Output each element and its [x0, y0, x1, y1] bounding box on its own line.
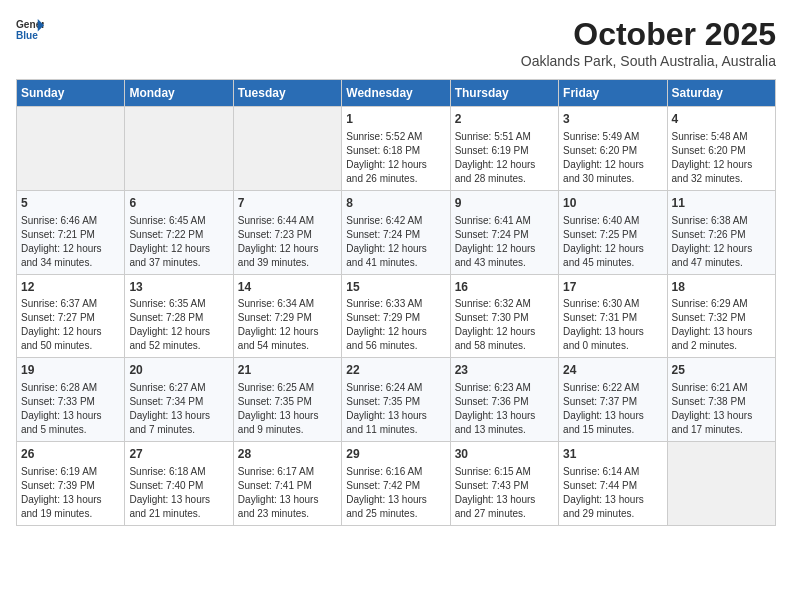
day-info: Sunrise: 6:37 AM Sunset: 7:27 PM Dayligh… [21, 297, 120, 353]
day-number: 16 [455, 279, 554, 296]
day-number: 25 [672, 362, 771, 379]
day-number: 13 [129, 279, 228, 296]
day-number: 11 [672, 195, 771, 212]
calendar-week-row: 26Sunrise: 6:19 AM Sunset: 7:39 PM Dayli… [17, 442, 776, 526]
day-number: 23 [455, 362, 554, 379]
day-info: Sunrise: 6:25 AM Sunset: 7:35 PM Dayligh… [238, 381, 337, 437]
calendar-cell: 30Sunrise: 6:15 AM Sunset: 7:43 PM Dayli… [450, 442, 558, 526]
day-number: 2 [455, 111, 554, 128]
calendar-cell: 1Sunrise: 5:52 AM Sunset: 6:18 PM Daylig… [342, 107, 450, 191]
calendar-cell: 19Sunrise: 6:28 AM Sunset: 7:33 PM Dayli… [17, 358, 125, 442]
calendar-cell: 11Sunrise: 6:38 AM Sunset: 7:26 PM Dayli… [667, 190, 775, 274]
day-info: Sunrise: 6:45 AM Sunset: 7:22 PM Dayligh… [129, 214, 228, 270]
day-info: Sunrise: 6:38 AM Sunset: 7:26 PM Dayligh… [672, 214, 771, 270]
calendar-cell [667, 442, 775, 526]
day-number: 8 [346, 195, 445, 212]
day-info: Sunrise: 6:40 AM Sunset: 7:25 PM Dayligh… [563, 214, 662, 270]
weekday-header-row: SundayMondayTuesdayWednesdayThursdayFrid… [17, 80, 776, 107]
calendar-week-row: 19Sunrise: 6:28 AM Sunset: 7:33 PM Dayli… [17, 358, 776, 442]
day-number: 26 [21, 446, 120, 463]
day-number: 4 [672, 111, 771, 128]
day-number: 1 [346, 111, 445, 128]
weekday-header: Wednesday [342, 80, 450, 107]
calendar-cell: 3Sunrise: 5:49 AM Sunset: 6:20 PM Daylig… [559, 107, 667, 191]
calendar-cell: 28Sunrise: 6:17 AM Sunset: 7:41 PM Dayli… [233, 442, 341, 526]
calendar-cell: 5Sunrise: 6:46 AM Sunset: 7:21 PM Daylig… [17, 190, 125, 274]
calendar-table: SundayMondayTuesdayWednesdayThursdayFrid… [16, 79, 776, 526]
calendar-week-row: 12Sunrise: 6:37 AM Sunset: 7:27 PM Dayli… [17, 274, 776, 358]
day-number: 3 [563, 111, 662, 128]
calendar-cell: 12Sunrise: 6:37 AM Sunset: 7:27 PM Dayli… [17, 274, 125, 358]
day-number: 29 [346, 446, 445, 463]
month-title: October 2025 [521, 16, 776, 53]
day-number: 24 [563, 362, 662, 379]
day-number: 31 [563, 446, 662, 463]
day-number: 15 [346, 279, 445, 296]
day-number: 14 [238, 279, 337, 296]
weekday-header: Saturday [667, 80, 775, 107]
day-info: Sunrise: 6:35 AM Sunset: 7:28 PM Dayligh… [129, 297, 228, 353]
calendar-cell: 18Sunrise: 6:29 AM Sunset: 7:32 PM Dayli… [667, 274, 775, 358]
calendar-week-row: 5Sunrise: 6:46 AM Sunset: 7:21 PM Daylig… [17, 190, 776, 274]
day-info: Sunrise: 6:34 AM Sunset: 7:29 PM Dayligh… [238, 297, 337, 353]
day-info: Sunrise: 6:27 AM Sunset: 7:34 PM Dayligh… [129, 381, 228, 437]
calendar-cell: 10Sunrise: 6:40 AM Sunset: 7:25 PM Dayli… [559, 190, 667, 274]
calendar-cell: 20Sunrise: 6:27 AM Sunset: 7:34 PM Dayli… [125, 358, 233, 442]
day-number: 19 [21, 362, 120, 379]
calendar-cell: 13Sunrise: 6:35 AM Sunset: 7:28 PM Dayli… [125, 274, 233, 358]
day-number: 17 [563, 279, 662, 296]
day-info: Sunrise: 6:24 AM Sunset: 7:35 PM Dayligh… [346, 381, 445, 437]
logo-icon: General Blue [16, 16, 44, 44]
day-number: 21 [238, 362, 337, 379]
day-info: Sunrise: 6:15 AM Sunset: 7:43 PM Dayligh… [455, 465, 554, 521]
day-info: Sunrise: 6:19 AM Sunset: 7:39 PM Dayligh… [21, 465, 120, 521]
day-number: 9 [455, 195, 554, 212]
day-number: 5 [21, 195, 120, 212]
calendar-cell [125, 107, 233, 191]
calendar-cell: 6Sunrise: 6:45 AM Sunset: 7:22 PM Daylig… [125, 190, 233, 274]
calendar-cell: 15Sunrise: 6:33 AM Sunset: 7:29 PM Dayli… [342, 274, 450, 358]
day-info: Sunrise: 6:23 AM Sunset: 7:36 PM Dayligh… [455, 381, 554, 437]
calendar-cell: 7Sunrise: 6:44 AM Sunset: 7:23 PM Daylig… [233, 190, 341, 274]
page-header: General Blue October 2025 Oaklands Park,… [16, 16, 776, 69]
weekday-header: Tuesday [233, 80, 341, 107]
day-info: Sunrise: 5:52 AM Sunset: 6:18 PM Dayligh… [346, 130, 445, 186]
day-info: Sunrise: 6:21 AM Sunset: 7:38 PM Dayligh… [672, 381, 771, 437]
calendar-cell: 23Sunrise: 6:23 AM Sunset: 7:36 PM Dayli… [450, 358, 558, 442]
calendar-week-row: 1Sunrise: 5:52 AM Sunset: 6:18 PM Daylig… [17, 107, 776, 191]
calendar-cell: 24Sunrise: 6:22 AM Sunset: 7:37 PM Dayli… [559, 358, 667, 442]
day-info: Sunrise: 5:49 AM Sunset: 6:20 PM Dayligh… [563, 130, 662, 186]
day-number: 10 [563, 195, 662, 212]
day-info: Sunrise: 6:22 AM Sunset: 7:37 PM Dayligh… [563, 381, 662, 437]
day-number: 30 [455, 446, 554, 463]
day-info: Sunrise: 6:41 AM Sunset: 7:24 PM Dayligh… [455, 214, 554, 270]
calendar-cell: 29Sunrise: 6:16 AM Sunset: 7:42 PM Dayli… [342, 442, 450, 526]
calendar-cell: 21Sunrise: 6:25 AM Sunset: 7:35 PM Dayli… [233, 358, 341, 442]
day-info: Sunrise: 6:32 AM Sunset: 7:30 PM Dayligh… [455, 297, 554, 353]
day-number: 28 [238, 446, 337, 463]
day-number: 27 [129, 446, 228, 463]
calendar-cell [17, 107, 125, 191]
day-info: Sunrise: 6:14 AM Sunset: 7:44 PM Dayligh… [563, 465, 662, 521]
calendar-cell: 27Sunrise: 6:18 AM Sunset: 7:40 PM Dayli… [125, 442, 233, 526]
calendar-cell: 17Sunrise: 6:30 AM Sunset: 7:31 PM Dayli… [559, 274, 667, 358]
weekday-header: Monday [125, 80, 233, 107]
calendar-cell: 16Sunrise: 6:32 AM Sunset: 7:30 PM Dayli… [450, 274, 558, 358]
day-number: 7 [238, 195, 337, 212]
day-info: Sunrise: 6:30 AM Sunset: 7:31 PM Dayligh… [563, 297, 662, 353]
day-info: Sunrise: 6:44 AM Sunset: 7:23 PM Dayligh… [238, 214, 337, 270]
logo: General Blue [16, 16, 44, 44]
day-info: Sunrise: 6:46 AM Sunset: 7:21 PM Dayligh… [21, 214, 120, 270]
calendar-cell: 26Sunrise: 6:19 AM Sunset: 7:39 PM Dayli… [17, 442, 125, 526]
day-number: 6 [129, 195, 228, 212]
day-number: 20 [129, 362, 228, 379]
svg-text:Blue: Blue [16, 30, 38, 41]
title-block: October 2025 Oaklands Park, South Austra… [521, 16, 776, 69]
calendar-cell [233, 107, 341, 191]
location-subtitle: Oaklands Park, South Australia, Australi… [521, 53, 776, 69]
calendar-cell: 22Sunrise: 6:24 AM Sunset: 7:35 PM Dayli… [342, 358, 450, 442]
calendar-cell: 9Sunrise: 6:41 AM Sunset: 7:24 PM Daylig… [450, 190, 558, 274]
day-info: Sunrise: 6:42 AM Sunset: 7:24 PM Dayligh… [346, 214, 445, 270]
day-info: Sunrise: 6:33 AM Sunset: 7:29 PM Dayligh… [346, 297, 445, 353]
calendar-cell: 14Sunrise: 6:34 AM Sunset: 7:29 PM Dayli… [233, 274, 341, 358]
